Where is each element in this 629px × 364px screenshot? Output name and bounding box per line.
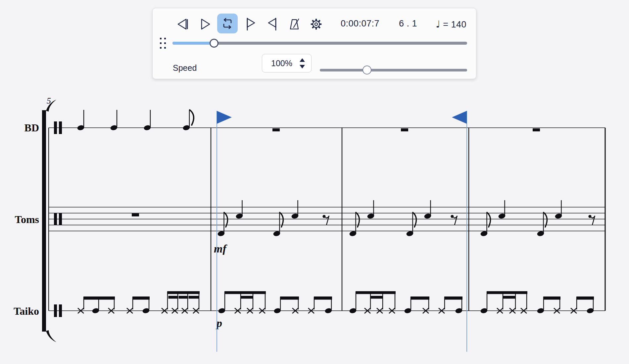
eighth-rest[interactable] [325,216,329,225]
loop-end-flag[interactable] [452,111,467,124]
staff-label: Toms [15,213,39,225]
settings-button[interactable] [309,17,323,31]
sixteenth-beam [179,296,188,299]
loop-start-flag[interactable] [217,111,232,124]
eighth-flag [190,110,194,125]
beam [280,296,299,300]
sixteenth-beam [189,296,199,299]
percussion-clef [59,121,62,134]
speed-value: 100% [271,59,292,68]
beam [224,291,266,294]
flag-forward-icon [244,17,258,31]
sixteenth-beam [371,296,383,299]
speed-thumb[interactable] [363,66,371,74]
percussion-clef [59,304,62,317]
dynamic-marking: mf [214,243,227,255]
beam [543,296,560,300]
sixteenth-beam [169,296,178,299]
sixteenth-beam [241,296,253,299]
loop-end-flag-button[interactable] [265,17,279,31]
metronome-button[interactable] [287,17,302,31]
loop-icon [220,16,235,31]
beam [411,296,429,300]
eighth-rest[interactable] [454,216,457,225]
eighth-rest[interactable] [322,215,325,218]
tempo-value: = 140 [443,20,466,29]
play-icon [198,17,212,31]
beam [83,296,115,300]
time-display: 0:00:07:7 [341,19,379,29]
speed-track[interactable] [320,69,467,71]
progress-thumb[interactable] [210,39,218,48]
beam [444,296,462,300]
loop-start-flag-button[interactable] [244,17,258,31]
playback-toolbar: 0:00:07:7 6 . 1 ♩ = 140 Speed 100% [152,8,476,79]
skip-to-start-icon [175,17,190,31]
toolbar-drag-handle[interactable] [160,38,167,49]
flag-back-icon [265,17,279,31]
bd-whole-rest[interactable] [533,128,540,131]
progress-slider[interactable] [172,42,467,45]
speed-label: Speed [173,63,197,73]
metronome-icon [287,16,302,32]
skip-to-start-button[interactable] [175,17,190,31]
staff-label: Taiko [14,305,39,317]
eighth-rest[interactable] [591,216,595,225]
beam [132,296,150,300]
settings-gear-icon [309,17,323,32]
eighth-rest[interactable] [451,215,454,218]
sixteenth-beam [503,296,515,299]
staff-label: BD [24,122,39,134]
eighth-rest[interactable] [588,215,591,218]
beam [167,291,200,294]
beam [314,296,332,300]
percussion-clef [54,213,57,225]
measure-number: 5 [47,96,51,106]
speed-slider[interactable] [320,69,467,71]
speed-increase-arrow[interactable] [300,58,305,62]
system-bracket [42,110,46,332]
quarter-note-icon: ♩ [436,19,440,30]
bd-whole-rest[interactable] [272,128,280,131]
progress-fill [172,42,214,45]
play-button[interactable] [198,17,212,31]
speed-decrease-arrow[interactable] [300,65,305,68]
beam [487,291,527,294]
percussion-clef [59,213,62,225]
percussion-clef [54,304,57,317]
position-display: 6 . 1 [399,19,417,29]
bd-whole-rest[interactable] [401,128,408,131]
bracket-bottom-curl [46,330,56,342]
speed-spinner[interactable]: 100% [262,54,312,72]
loop-button[interactable] [217,14,238,33]
percussion-clef [54,121,57,134]
beam [576,296,594,300]
tempo-display: ♩ = 140 [436,19,466,30]
toms-whole-rest[interactable] [132,213,139,216]
beam [356,291,396,294]
page: { "toolbar": { "time": "0:00:07:7", "pos… [0,0,629,364]
